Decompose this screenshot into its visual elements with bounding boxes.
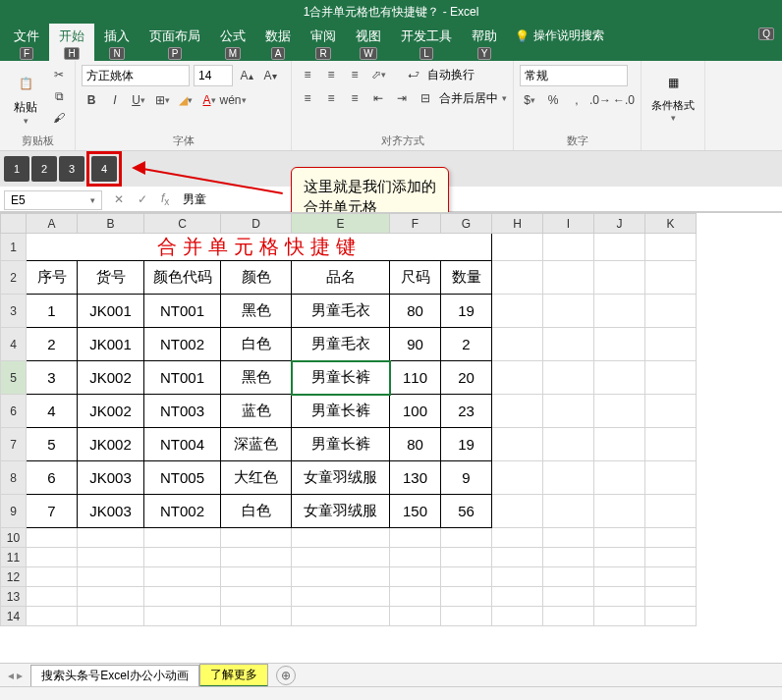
decrease-decimal-button[interactable]: ←.0 xyxy=(614,90,634,110)
table-cell[interactable]: 100 xyxy=(390,395,441,428)
align-top-button[interactable]: ≡ xyxy=(298,65,317,84)
cell[interactable] xyxy=(594,607,645,626)
cell[interactable] xyxy=(543,461,594,495)
orientation-button[interactable]: ⬀▾ xyxy=(368,65,388,84)
cell[interactable] xyxy=(78,567,144,587)
increase-decimal-button[interactable]: .0→ xyxy=(590,90,610,110)
phonetic-button[interactable]: wén▾ xyxy=(223,90,243,110)
border-button[interactable]: ⊞▾ xyxy=(152,90,172,110)
tab-page-layout[interactable]: 页面布局P xyxy=(140,24,210,62)
sheet-tab-2[interactable]: 了解更多 xyxy=(199,664,268,687)
cell[interactable] xyxy=(594,261,645,295)
cell[interactable] xyxy=(492,607,543,626)
col-header-F[interactable]: F xyxy=(390,214,441,234)
cell[interactable] xyxy=(594,548,645,567)
table-cell[interactable]: NT002 xyxy=(144,328,221,361)
cell[interactable] xyxy=(492,567,543,587)
col-header-E[interactable]: E xyxy=(292,214,390,234)
table-cell[interactable]: 3 xyxy=(27,361,78,395)
cell[interactable] xyxy=(27,528,78,548)
cut-button[interactable]: ✂ xyxy=(49,65,69,84)
table-header-cell[interactable]: 货号 xyxy=(78,261,144,295)
table-cell[interactable]: JK001 xyxy=(78,295,144,328)
cell[interactable] xyxy=(78,587,144,607)
row-header-6[interactable]: 6 xyxy=(1,395,27,428)
cell[interactable] xyxy=(594,495,645,528)
underline-button[interactable]: U▾ xyxy=(129,90,148,110)
row-header-4[interactable]: 4 xyxy=(1,328,27,361)
cell[interactable] xyxy=(594,567,645,587)
cell[interactable] xyxy=(390,567,441,587)
table-cell[interactable]: 蓝色 xyxy=(221,395,292,428)
qat-button-3[interactable]: 3 xyxy=(59,156,84,182)
cell[interactable] xyxy=(78,548,144,567)
align-middle-button[interactable]: ≡ xyxy=(321,65,341,84)
table-cell[interactable]: 男童长裤 xyxy=(292,428,390,461)
wrap-text-button[interactable]: ⮐ xyxy=(404,65,423,84)
cell[interactable] xyxy=(144,548,221,567)
cell[interactable] xyxy=(543,361,594,395)
font-size-select[interactable] xyxy=(194,65,233,86)
cell[interactable] xyxy=(492,548,543,567)
table-cell[interactable]: 黑色 xyxy=(221,295,292,328)
table-cell[interactable]: 白色 xyxy=(221,495,292,528)
table-header-cell[interactable]: 序号 xyxy=(27,261,78,295)
tab-data[interactable]: 数据A xyxy=(255,24,301,62)
table-cell[interactable]: 80 xyxy=(390,428,441,461)
table-cell[interactable]: 6 xyxy=(27,461,78,495)
cell[interactable] xyxy=(594,528,645,548)
cell[interactable] xyxy=(292,528,390,548)
table-cell[interactable]: 4 xyxy=(27,395,78,428)
table-cell[interactable]: 男童毛衣 xyxy=(292,295,390,328)
cell[interactable] xyxy=(492,361,543,395)
table-cell[interactable]: 19 xyxy=(441,295,492,328)
table-cell[interactable]: 23 xyxy=(441,395,492,428)
table-cell[interactable]: NT001 xyxy=(144,361,221,395)
cell[interactable] xyxy=(645,295,697,328)
cell[interactable] xyxy=(292,548,390,567)
cell[interactable] xyxy=(543,234,594,261)
cell[interactable] xyxy=(645,328,697,361)
col-header-B[interactable]: B xyxy=(78,214,144,234)
cell[interactable] xyxy=(645,587,697,607)
cell[interactable] xyxy=(543,428,594,461)
format-painter-button[interactable]: 🖌 xyxy=(49,108,69,128)
table-cell[interactable]: 男童毛衣 xyxy=(292,328,390,361)
table-header-cell[interactable]: 品名 xyxy=(292,261,390,295)
col-header-H[interactable]: H xyxy=(492,214,543,234)
col-header-J[interactable]: J xyxy=(594,214,645,234)
worksheet-grid[interactable]: ABCDEFGHIJK1合并单元格快捷键2序号货号颜色代码颜色品名尺码数量31J… xyxy=(0,212,782,675)
table-cell[interactable]: JK002 xyxy=(78,428,144,461)
col-header-C[interactable]: C xyxy=(144,214,221,234)
row-header-8[interactable]: 8 xyxy=(1,461,27,495)
cell[interactable] xyxy=(221,528,292,548)
cell[interactable] xyxy=(543,261,594,295)
sheet-nav[interactable]: ◂ ▸ xyxy=(0,669,30,682)
conditional-format-button[interactable]: ▦ 条件格式 ▾ xyxy=(647,65,698,125)
cell[interactable] xyxy=(543,328,594,361)
tab-developer[interactable]: 开发工具L xyxy=(391,24,462,62)
row-header-9[interactable]: 9 xyxy=(1,495,27,528)
cell[interactable] xyxy=(492,234,543,261)
col-header-G[interactable]: G xyxy=(441,214,492,234)
cell[interactable] xyxy=(543,607,594,626)
sheet-tab-1[interactable]: 搜索头条号Excel办公小动画 xyxy=(30,665,198,686)
table-cell[interactable]: 1 xyxy=(27,295,78,328)
table-cell[interactable]: JK001 xyxy=(78,328,144,361)
cell[interactable] xyxy=(144,607,221,626)
table-header-cell[interactable]: 尺码 xyxy=(390,261,441,295)
table-cell[interactable]: NT005 xyxy=(144,461,221,495)
table-cell[interactable]: 80 xyxy=(390,295,441,328)
table-cell[interactable]: 110 xyxy=(390,361,441,395)
row-header-14[interactable]: 14 xyxy=(1,607,27,626)
cell[interactable] xyxy=(492,461,543,495)
table-cell[interactable]: 白色 xyxy=(221,328,292,361)
cell[interactable] xyxy=(543,587,594,607)
table-cell[interactable]: NT001 xyxy=(144,295,221,328)
cell[interactable] xyxy=(390,607,441,626)
cell[interactable] xyxy=(492,528,543,548)
copy-button[interactable]: ⧉ xyxy=(49,86,69,106)
tab-view[interactable]: 视图W xyxy=(346,24,391,62)
table-header-cell[interactable]: 颜色 xyxy=(221,261,292,295)
cell[interactable] xyxy=(645,395,697,428)
